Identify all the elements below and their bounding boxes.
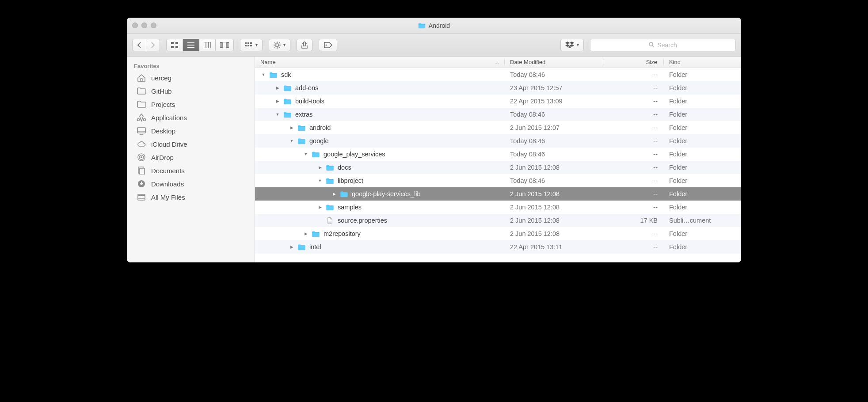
desktop-icon [137,127,146,135]
documents-icon [137,167,146,174]
disclosure-triangle[interactable]: ▶ [289,125,294,130]
file-row[interactable]: ▼ libproject Today 08:46 -- Folder [255,174,741,187]
file-row[interactable]: ▼ extras Today 08:46 -- Folder [255,108,741,121]
arrange-button[interactable]: ▾ [240,39,263,51]
disclosure-triangle[interactable]: ▶ [318,205,322,209]
column-date[interactable]: Date Modified [505,59,604,65]
file-kind: Folder [664,124,741,131]
folder-icon [297,138,306,144]
column-name[interactable]: Name 〈 [255,59,505,65]
svg-line-25 [279,46,280,47]
disclosure-triangle[interactable]: ▶ [275,86,280,90]
file-row[interactable]: ▶ m2repository 2 Jun 2015 12:08 -- Folde… [255,227,741,240]
tag-icon [324,42,332,48]
file-name: extras [295,111,313,118]
gear-icon [274,42,281,49]
file-row[interactable]: ▶ samples 2 Jun 2015 12:08 -- Folder [255,201,741,214]
disclosure-triangle[interactable]: ▶ [318,165,322,170]
file-kind: Folder [664,204,741,211]
file-name: google_play_services [324,151,385,158]
file-row[interactable]: ▶ docs 2 Jun 2015 12:08 -- Folder [255,161,741,174]
file-date: 22 Apr 2015 13:09 [505,98,604,105]
nav-buttons [132,39,160,51]
disclosure-triangle[interactable]: ▼ [318,178,322,183]
share-icon [301,42,308,49]
disclosure-triangle[interactable]: ▶ [275,99,280,103]
chevron-down-icon: ▾ [577,42,579,47]
file-row[interactable]: ▶ intel 22 Apr 2015 13:11 -- Folder [255,240,741,254]
sidebar-item-all-my-files[interactable]: All My Files [127,190,255,204]
folder-icon [137,100,146,108]
disclosure-triangle[interactable]: ▼ [275,112,280,117]
file-date: 2 Jun 2015 12:08 [505,164,604,171]
svg-rect-1 [175,42,178,44]
disclosure-triangle[interactable]: ▼ [304,152,308,156]
sidebar-item-projects[interactable]: Projects [127,98,255,111]
coverflow-view-button[interactable] [216,39,234,51]
column-size[interactable]: Size [604,59,664,65]
sidebar-item-uerceg[interactable]: uerceg [127,71,255,84]
sidebar-item-desktop[interactable]: Desktop [127,124,255,137]
search-placeholder: Search [657,42,677,49]
window-title: Android [429,22,450,29]
file-row[interactable]: ▼ google Today 08:46 -- Folder [255,134,741,148]
file-row[interactable]: source.properties 2 Jun 2015 12:08 17 KB… [255,214,741,227]
svg-line-35 [652,46,654,47]
minimize-window-button[interactable] [141,23,147,28]
close-window-button[interactable] [132,23,138,28]
action-button[interactable]: ▾ [269,39,290,51]
list-view-button[interactable] [183,39,199,51]
icon-view-button[interactable] [166,39,183,51]
grid-icon [171,42,178,48]
column-kind[interactable]: Kind [664,59,741,65]
file-row[interactable]: ▶ google-play-services_lib 2 Jun 2015 12… [255,187,741,201]
sort-ascending-icon: 〈 [494,60,500,64]
svg-rect-46 [140,168,145,174]
svg-rect-12 [227,42,229,48]
file-row[interactable]: ▼ sdk Today 08:46 -- Folder [255,68,741,81]
view-mode-buttons [166,39,234,51]
back-button[interactable] [132,39,146,51]
share-button[interactable] [297,39,312,51]
sidebar-item-downloads[interactable]: Downloads [127,177,255,190]
file-row[interactable]: ▼ google_play_services Today 08:46 -- Fo… [255,148,741,161]
forward-button[interactable] [146,39,160,51]
file-size: -- [604,98,664,105]
svg-rect-14 [247,42,249,44]
sidebar-item-github[interactable]: GitHub [127,84,255,98]
file-row[interactable]: ▶ android 2 Jun 2015 12:07 -- Folder [255,121,741,134]
svg-rect-13 [245,42,247,44]
disclosure-triangle[interactable]: ▶ [304,231,308,236]
zoom-window-button[interactable] [151,23,156,28]
file-size: -- [604,151,664,158]
file-size: -- [604,177,664,184]
home-icon [137,74,146,82]
toolbar: ▾ ▾ ▾ Search [127,34,741,57]
file-row[interactable]: ▶ add-ons 23 Apr 2015 12:57 -- Folder [255,81,741,95]
disclosure-triangle[interactable]: ▶ [332,192,336,196]
svg-rect-48 [138,196,145,200]
sidebar-item-airdrop[interactable]: AirDrop [127,151,255,164]
folder-icon [297,244,306,250]
disclosure-triangle[interactable]: ▶ [289,245,294,249]
folder-icon [269,72,278,78]
disclosure-triangle[interactable]: ▼ [289,139,294,143]
file-kind: Subli…cument [664,217,741,224]
file-row[interactable]: ▶ build-tools 22 Apr 2015 13:09 -- Folde… [255,95,741,108]
disclosure-triangle[interactable]: ▼ [261,72,266,77]
sidebar-item-icloud-drive[interactable]: iCloud Drive [127,137,255,151]
search-field[interactable]: Search [590,39,736,51]
titlebar: Android [127,18,741,34]
file-name: sdk [281,71,291,78]
sidebar-item-applications[interactable]: Applications [127,111,255,124]
sidebar-item-label: All My Files [151,193,185,201]
dropbox-button[interactable]: ▾ [560,39,584,51]
apps-icon [137,114,146,121]
sidebar-item-documents[interactable]: Documents [127,164,255,177]
column-view-button[interactable] [199,39,216,51]
file-size: 17 KB [604,217,664,224]
svg-rect-49 [138,194,145,196]
tags-button[interactable] [319,39,337,51]
dropbox-icon [565,42,574,49]
file-kind: Folder [664,164,741,171]
